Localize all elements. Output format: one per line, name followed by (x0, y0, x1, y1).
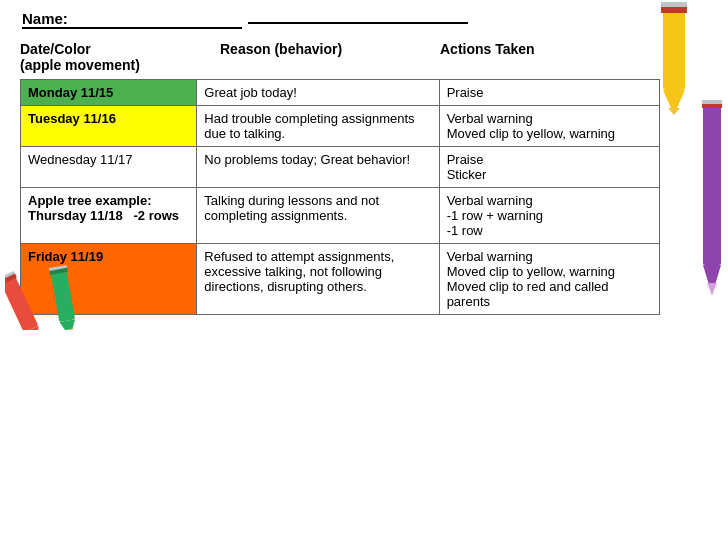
pencil-purple-right-icon (698, 100, 728, 300)
svg-rect-10 (5, 276, 38, 330)
reason-cell: Talking during lessons and not completin… (197, 188, 439, 244)
reason-cell: No problems today; Great behavior! (197, 147, 439, 188)
pencil-bottom-left-icon (5, 260, 125, 330)
actions-cell: Verbal warningMoved clip to yellow, warn… (439, 244, 659, 315)
col1-header: Date/Color(apple movement) (20, 41, 220, 73)
name-line: Name: (20, 10, 708, 29)
name-label: Name: (22, 10, 242, 29)
date-cell: Wednesday 11/17 (21, 147, 197, 188)
svg-marker-2 (668, 108, 680, 115)
table-row: Tuesday 11/16 Had trouble completing ass… (21, 106, 660, 147)
page: Name: Date/Color(apple movement) Reason … (0, 0, 728, 335)
actions-cell: Verbal warning-1 row + warning-1 row (439, 188, 659, 244)
date-cell: Tuesday 11/16 (21, 106, 197, 147)
actions-cell: Praise (439, 80, 659, 106)
table-row: Monday 11/15 Great job today! Praise (21, 80, 660, 106)
svg-marker-7 (707, 283, 717, 295)
reason-cell: Had trouble completing assignments due t… (197, 106, 439, 147)
reason-cell: Refused to attempt assignments, excessiv… (197, 244, 439, 315)
table-row: Apple tree example:Thursday 11/18 -2 row… (21, 188, 660, 244)
actions-cell: Verbal warningMoved clip to yellow, warn… (439, 106, 659, 147)
svg-rect-0 (663, 5, 685, 90)
table-header: Date/Color(apple movement) Reason (behav… (20, 41, 708, 73)
date-cell: Apple tree example:Thursday 11/18 -2 row… (21, 188, 197, 244)
date-cell: Monday 11/15 (21, 80, 197, 106)
svg-rect-9 (702, 100, 722, 104)
svg-rect-15 (51, 270, 75, 322)
svg-rect-5 (703, 105, 721, 265)
svg-rect-4 (661, 2, 687, 7)
name-underline (248, 22, 468, 24)
col3-header: Actions Taken (440, 41, 640, 73)
reason-cell: Great job today! (197, 80, 439, 106)
table-row: Wednesday 11/17 No problems today; Great… (21, 147, 660, 188)
actions-cell: PraiseSticker (439, 147, 659, 188)
col2-header: Reason (behavior) (220, 41, 440, 73)
